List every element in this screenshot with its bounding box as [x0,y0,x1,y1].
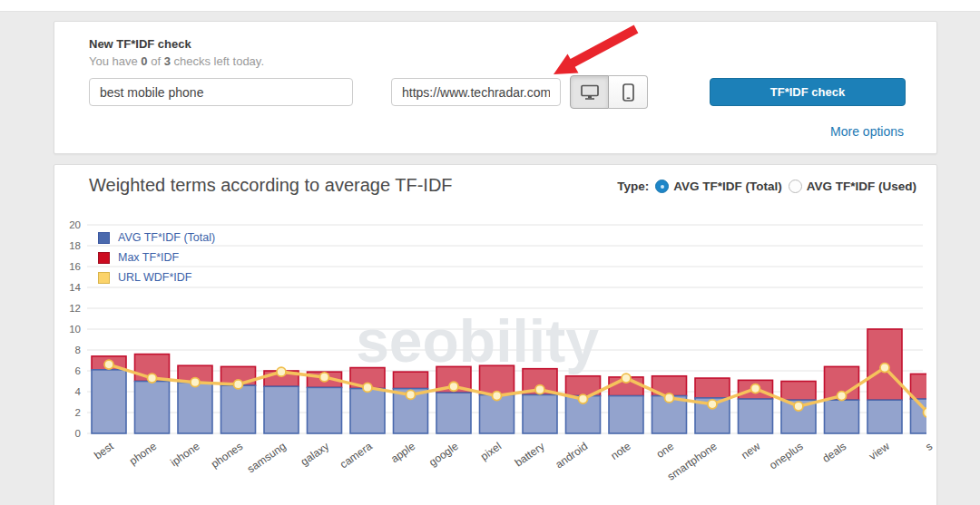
line-dot [320,373,329,382]
line-dot [535,385,544,394]
y-tick-label: 10 [69,324,81,335]
line-dot [794,402,803,411]
bar-avg-tfidf [135,382,170,434]
legend-item[interactable]: URL WDF*IDF [98,271,215,284]
x-tick-label: s [923,440,935,453]
tfidf-check-button[interactable]: TF*IDF check [710,78,906,106]
bar-avg-tfidf [178,383,212,433]
y-tick-label: 6 [75,365,81,376]
y-tick-label: 12 [69,303,81,314]
quota-used-count: 0 [141,54,147,68]
y-tick-label: 20 [69,219,81,230]
legend-swatch-icon [98,272,110,284]
x-tick-label: android [553,440,590,471]
legend-item[interactable]: Max TF*IDF [98,251,215,264]
line-dot [407,390,416,399]
type-label: Type: [617,180,649,193]
annotation-arrow [544,22,646,80]
x-tick-label: one [654,440,677,461]
line-dot [751,384,760,393]
chart-title: Weighted terms according to average TF-I… [89,175,453,196]
y-tick-label: 16 [69,261,81,272]
x-tick-label: iphone [168,440,202,469]
quota-part: of [148,54,164,68]
y-tick-label: 4 [75,386,82,397]
x-tick-label: best [92,440,116,462]
tfidf-check-form-panel: New TF*IDF check You have 0 of 3 checks … [54,21,937,154]
line-dot [148,374,157,383]
line-dot [104,360,113,369]
url-input[interactable] [391,78,561,106]
line-dot [838,392,847,401]
bar-max-tfidf [695,378,730,398]
x-tick-label: galaxy [299,440,331,468]
x-tick-label: note [609,440,633,462]
quota-part: checks left today. [171,54,264,68]
bar-max-tfidf [480,365,514,394]
bar-avg-tfidf [92,370,126,433]
desktop-toggle-button[interactable] [570,75,609,109]
x-tick-label: phone [127,440,160,468]
chart-panel: Weighted terms according to average TF-I… [54,164,937,505]
x-tick-label: oneplus [767,440,805,472]
line-dot [924,408,933,417]
chart-legend: AVG TF*IDF (Total)Max TF*IDFURL WDF*IDF [98,231,215,284]
bar-max-tfidf [781,382,816,401]
quota-total-count: 3 [164,54,171,68]
bar-avg-tfidf [609,396,643,433]
bar-max-tfidf [911,374,938,399]
x-tick-label: pixel [478,440,504,463]
legend-label: Max TF*IDF [118,251,179,264]
bar-avg-tfidf [739,399,773,433]
desktop-icon [580,84,600,101]
x-axis-labels: bestphoneiphonephonessamsunggalaxycamera… [92,440,935,483]
line-dot [449,382,458,391]
bar-avg-tfidf [523,394,557,433]
radio-avg-tfidf-used[interactable] [789,180,802,193]
x-tick-label: new [739,440,762,461]
x-tick-label: camera [338,440,375,471]
bar-avg-tfidf [264,386,299,433]
radio-avg-tfidf-total[interactable] [655,180,669,193]
mobile-toggle-button[interactable] [609,75,648,109]
bar-max-tfidf [394,372,428,388]
bar-avg-tfidf [308,387,342,433]
keyword-input[interactable] [89,78,353,106]
bar-avg-tfidf [350,389,385,433]
bar-avg-tfidf [867,400,902,433]
radio-used-label: AVG TF*IDF (Used) [807,180,916,193]
y-tick-label: 0 [75,428,81,439]
y-tick-label: 8 [75,345,81,355]
line-dot [622,374,631,383]
line-dot [493,392,502,401]
bar-avg-tfidf [221,385,256,433]
legend-swatch-icon [98,252,110,264]
line-dot [665,393,674,403]
x-tick-label: phones [209,440,245,471]
legend-label: AVG TF*IDF (Total) [118,231,215,244]
bar-avg-tfidf [825,400,859,433]
seobility-watermark: seobility [356,307,599,374]
line-dot [363,383,372,392]
x-tick-label: samsung [245,440,289,475]
mobile-icon [622,83,634,102]
y-tick-label: 18 [69,240,81,251]
line-dot [579,394,588,403]
x-tick-label: google [426,440,461,469]
line-dot [880,364,889,373]
y-tick-label: 2 [75,407,81,418]
line-dot [234,380,243,389]
x-tick-label: apple [388,440,417,465]
chart-type-selector: Type: AVG TF*IDF (Total) AVG TF*IDF (Use… [617,180,916,193]
legend-label: URL WDF*IDF [118,271,191,284]
form-title: New TF*IDF check [89,37,191,51]
legend-item[interactable]: AVG TF*IDF (Total) [98,231,215,244]
device-toggle-group [570,75,648,109]
line-dot [277,367,286,376]
x-tick-label: deals [820,440,849,465]
legend-swatch-icon [98,232,110,244]
more-options-link[interactable]: More options [830,124,904,139]
x-tick-label: battery [513,440,547,470]
radio-total-label: AVG TF*IDF (Total) [673,180,781,193]
line-dot [191,378,200,387]
